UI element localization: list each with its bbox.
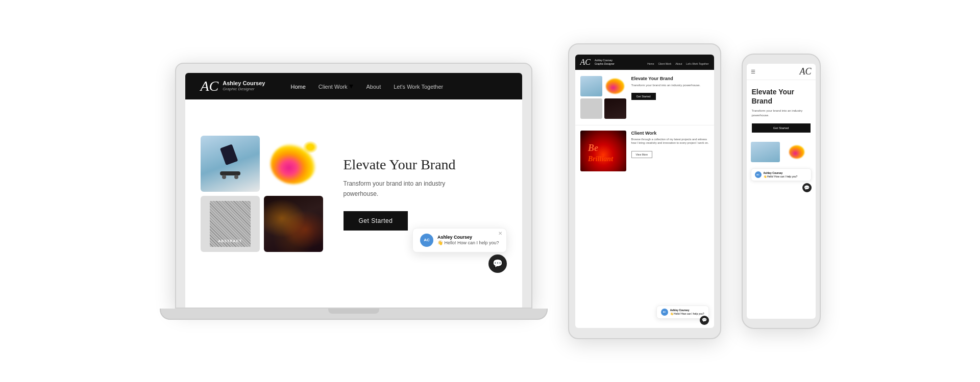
phone-hero-title: Elevate Your Brand: [752, 87, 811, 106]
hero-images-grid: ABSTRACT: [201, 136, 323, 252]
phone-chat-popup[interactable]: AC Ashley Coursey 👋 Hello! How can I hel…: [751, 168, 812, 181]
tablet-logo-name: Ashley Coursey: [595, 59, 612, 62]
tablet-hero-content: Elevate Your Brand Transform your brand …: [631, 76, 709, 119]
chat-close-icon[interactable]: ✕: [498, 231, 502, 236]
svg-text:Brilliant: Brilliant: [587, 155, 614, 163]
neon-sign-illustration: Be Brilliant: [585, 133, 621, 169]
tablet-img-abstract: [580, 98, 602, 119]
logo-subtitle: Graphic Designer: [223, 87, 265, 92]
tablet-chat-name: Ashley Coursey: [670, 309, 704, 312]
svg-rect-1: [220, 171, 240, 175]
nav-item-about[interactable]: About: [366, 82, 381, 91]
tablet-chat-content: Ashley Coursey 👋 Hello! How can I help y…: [670, 309, 704, 315]
nav-link-home[interactable]: Home: [290, 84, 305, 90]
nav-links: Home Client Work ▾ About Let's Work Toge…: [290, 81, 443, 91]
tablet-nav-link-home[interactable]: Home: [647, 62, 654, 65]
phone-chat-avatar: AC: [755, 171, 762, 178]
hero-image-restaurant: [264, 196, 323, 252]
tablet-section2-cta-button[interactable]: View More: [631, 151, 653, 158]
tablet-section2-desc: Browse through a collection of my latest…: [631, 138, 709, 145]
tablet-nav-link-client[interactable]: Client Work: [658, 62, 672, 65]
splash-dots: [303, 141, 318, 154]
tablet-screen: AC Ashley Coursey Graphic Designer Home …: [575, 55, 714, 328]
hero-image-abstract: ABSTRACT: [201, 196, 260, 252]
tablet-section2-content: Client Work Browse through a collection …: [631, 131, 709, 171]
scene: AC Ashley Coursey Graphic Designer Home …: [0, 0, 980, 382]
logo-name: Ashley Coursey: [223, 80, 265, 87]
phone-hero-cta-button[interactable]: Get Started: [752, 123, 811, 133]
tablet-chat-avatar: AC: [661, 309, 668, 316]
nav-item-client-work[interactable]: Client Work ▾: [318, 81, 354, 91]
laptop-hero-wrapper: ABSTRACT Elevate Your Brand Transform yo…: [185, 99, 522, 283]
tablet-images-grid: [580, 76, 626, 119]
tablet-chat-bubble-button[interactable]: 💬: [700, 316, 709, 325]
laptop-notch: [328, 309, 379, 314]
hero-cta-button[interactable]: Get Started: [344, 211, 408, 231]
tablet-nav-lets-work[interactable]: Let's Work Together: [686, 58, 708, 67]
laptop-body: AC Ashley Coursey Graphic Designer Home …: [175, 63, 532, 309]
chat-message: 👋 Hello! How can I help you?: [437, 240, 499, 245]
tablet-hero-cta-button[interactable]: Get Started: [631, 93, 656, 100]
phone-screen: ☰ AC Elevate Your Brand Transform your b…: [747, 64, 816, 319]
abstract-text: ABSTRACT: [218, 239, 242, 243]
tablet-img-restaurant: [604, 98, 626, 119]
hero-content: Elevate Your Brand Transform your brand …: [344, 157, 507, 230]
laptop-nav: AC Ashley Coursey Graphic Designer Home …: [185, 73, 522, 99]
tablet-chat-message: 👋 Hello! How can I help you?: [670, 312, 704, 315]
chat-avatar: AC: [420, 234, 433, 247]
tablet-splash-blob: [606, 79, 624, 94]
tablet-hero-title: Elevate Your Brand: [631, 76, 709, 81]
phone-chat-bubble-area: 💬: [751, 183, 812, 192]
chat-bubble-button[interactable]: 💬: [488, 254, 507, 273]
hero-image-skate: [201, 136, 260, 192]
nav-item-home[interactable]: Home: [290, 82, 305, 91]
chat-content: Ashley Coursey 👋 Hello! How can I help y…: [437, 235, 499, 245]
phone-logo-monogram-icon: AC: [799, 66, 811, 77]
svg-text:Be: Be: [587, 143, 598, 153]
nav-item-lets-work[interactable]: Let's Work Together: [394, 82, 443, 91]
tablet-section-1: Elevate Your Brand Transform your brand …: [575, 70, 714, 125]
tablet-nav-links: Home Client Work About Let's Work Togeth…: [647, 58, 708, 67]
tablet-section2-title: Client Work: [631, 131, 709, 136]
phone-hero-desc: Transform your brand into an industry po…: [752, 109, 811, 118]
phone-chat-name: Ashley Coursey: [764, 171, 798, 174]
phone-img-splash: [782, 142, 812, 162]
laptop-screen: AC Ashley Coursey Graphic Designer Home …: [185, 73, 522, 308]
laptop-device: AC Ashley Coursey Graphic Designer Home …: [160, 63, 548, 320]
tablet-img-splash: [604, 76, 626, 96]
phone-images-row: [747, 138, 816, 166]
tablet-device: AC Ashley Coursey Graphic Designer Home …: [568, 43, 721, 339]
laptop-logo: AC Ashley Coursey Graphic Designer: [201, 79, 265, 93]
nav-link-lets-work[interactable]: Let's Work Together: [394, 84, 443, 90]
phone-chat-content: Ashley Coursey 👋 Hello! How can I help y…: [764, 171, 798, 178]
logo-text-block: Ashley Coursey Graphic Designer: [223, 80, 265, 92]
logo-monogram-icon: AC: [201, 79, 219, 93]
tablet-nav-link-lets-work[interactable]: Let's Work Together: [686, 62, 708, 65]
hero-image-splash: [264, 136, 323, 192]
tablet-nav-home[interactable]: Home: [647, 58, 654, 67]
phone-chat-bubble-button[interactable]: 💬: [802, 183, 812, 192]
nav-link-about[interactable]: About: [366, 84, 381, 90]
tablet-logo-monogram-icon: AC: [580, 58, 591, 67]
phone-img-skate: [751, 142, 780, 162]
nav-link-client-work[interactable]: Client Work: [318, 84, 348, 90]
svg-rect-0: [219, 144, 237, 165]
chat-name: Ashley Coursey: [437, 235, 499, 240]
phone-nav: ☰ AC: [747, 64, 816, 80]
skate-illustration: [215, 143, 246, 184]
laptop-hero: ABSTRACT Elevate Your Brand Transform yo…: [185, 99, 522, 283]
hamburger-menu-icon[interactable]: ☰: [751, 69, 755, 74]
tablet-logo-subtitle: Graphic Designer: [595, 62, 615, 65]
abstract-lines: ABSTRACT: [210, 201, 251, 247]
tablet-nav-link-about[interactable]: About: [675, 62, 682, 65]
chat-popup[interactable]: ✕ AC Ashley Coursey 👋 Hello! How can I h…: [412, 228, 507, 252]
phone-chat-message: 👋 Hello! How can I help you?: [764, 175, 798, 178]
tablet-nav-client[interactable]: Client Work: [658, 58, 672, 67]
tablet-nav: AC Ashley Coursey Graphic Designer Home …: [575, 55, 714, 70]
tablet-nav-about[interactable]: About: [675, 58, 682, 67]
tablet-neon-image: Be Brilliant: [580, 131, 626, 171]
restaurant-lights: [264, 196, 323, 252]
tablet-hero-desc: Transform your brand into an industry po…: [631, 83, 709, 87]
svg-point-3: [234, 175, 238, 179]
phone-device: ☰ AC Elevate Your Brand Transform your b…: [742, 54, 821, 329]
